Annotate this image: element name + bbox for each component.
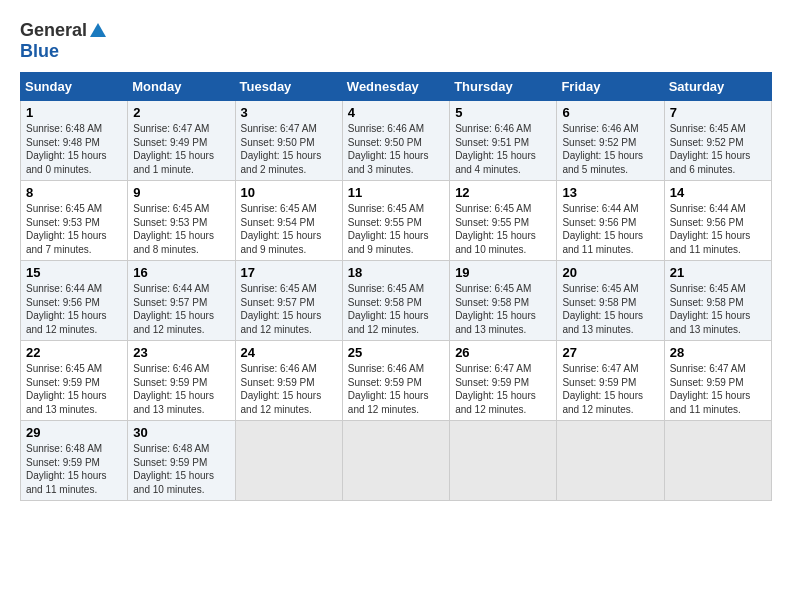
day-number: 8 <box>26 185 122 200</box>
logo-general-text: General <box>20 20 87 41</box>
calendar-cell: 5Sunrise: 6:46 AM Sunset: 9:51 PM Daylig… <box>450 101 557 181</box>
day-number: 24 <box>241 345 337 360</box>
day-number: 2 <box>133 105 229 120</box>
calendar-cell: 6Sunrise: 6:46 AM Sunset: 9:52 PM Daylig… <box>557 101 664 181</box>
day-info: Sunrise: 6:46 AM Sunset: 9:59 PM Dayligh… <box>133 362 229 416</box>
calendar-cell: 16Sunrise: 6:44 AM Sunset: 9:57 PM Dayli… <box>128 261 235 341</box>
calendar-cell: 29Sunrise: 6:48 AM Sunset: 9:59 PM Dayli… <box>21 421 128 501</box>
day-info: Sunrise: 6:45 AM Sunset: 9:58 PM Dayligh… <box>455 282 551 336</box>
day-info: Sunrise: 6:44 AM Sunset: 9:56 PM Dayligh… <box>26 282 122 336</box>
calendar-cell: 11Sunrise: 6:45 AM Sunset: 9:55 PM Dayli… <box>342 181 449 261</box>
day-header-saturday: Saturday <box>664 73 771 101</box>
calendar-cell: 14Sunrise: 6:44 AM Sunset: 9:56 PM Dayli… <box>664 181 771 261</box>
calendar-cell: 18Sunrise: 6:45 AM Sunset: 9:58 PM Dayli… <box>342 261 449 341</box>
day-number: 5 <box>455 105 551 120</box>
day-number: 19 <box>455 265 551 280</box>
day-info: Sunrise: 6:45 AM Sunset: 9:58 PM Dayligh… <box>348 282 444 336</box>
day-number: 22 <box>26 345 122 360</box>
calendar-cell: 26Sunrise: 6:47 AM Sunset: 9:59 PM Dayli… <box>450 341 557 421</box>
day-info: Sunrise: 6:45 AM Sunset: 9:55 PM Dayligh… <box>455 202 551 256</box>
day-number: 20 <box>562 265 658 280</box>
day-number: 28 <box>670 345 766 360</box>
day-header-wednesday: Wednesday <box>342 73 449 101</box>
logo-blue-text: Blue <box>20 41 59 61</box>
day-header-friday: Friday <box>557 73 664 101</box>
day-number: 14 <box>670 185 766 200</box>
calendar-cell: 24Sunrise: 6:46 AM Sunset: 9:59 PM Dayli… <box>235 341 342 421</box>
day-number: 16 <box>133 265 229 280</box>
day-number: 29 <box>26 425 122 440</box>
day-info: Sunrise: 6:45 AM Sunset: 9:58 PM Dayligh… <box>562 282 658 336</box>
day-info: Sunrise: 6:45 AM Sunset: 9:55 PM Dayligh… <box>348 202 444 256</box>
calendar-week-5: 29Sunrise: 6:48 AM Sunset: 9:59 PM Dayli… <box>21 421 772 501</box>
day-info: Sunrise: 6:45 AM Sunset: 9:53 PM Dayligh… <box>133 202 229 256</box>
day-header-monday: Monday <box>128 73 235 101</box>
day-info: Sunrise: 6:48 AM Sunset: 9:59 PM Dayligh… <box>133 442 229 496</box>
calendar-cell: 27Sunrise: 6:47 AM Sunset: 9:59 PM Dayli… <box>557 341 664 421</box>
day-info: Sunrise: 6:46 AM Sunset: 9:51 PM Dayligh… <box>455 122 551 176</box>
calendar-table: SundayMondayTuesdayWednesdayThursdayFrid… <box>20 72 772 501</box>
day-info: Sunrise: 6:45 AM Sunset: 9:54 PM Dayligh… <box>241 202 337 256</box>
calendar-cell <box>557 421 664 501</box>
day-number: 10 <box>241 185 337 200</box>
day-info: Sunrise: 6:47 AM Sunset: 9:59 PM Dayligh… <box>455 362 551 416</box>
day-info: Sunrise: 6:45 AM Sunset: 9:59 PM Dayligh… <box>26 362 122 416</box>
day-info: Sunrise: 6:47 AM Sunset: 9:49 PM Dayligh… <box>133 122 229 176</box>
calendar-cell: 21Sunrise: 6:45 AM Sunset: 9:58 PM Dayli… <box>664 261 771 341</box>
day-number: 15 <box>26 265 122 280</box>
calendar-cell: 20Sunrise: 6:45 AM Sunset: 9:58 PM Dayli… <box>557 261 664 341</box>
calendar-cell: 19Sunrise: 6:45 AM Sunset: 9:58 PM Dayli… <box>450 261 557 341</box>
day-info: Sunrise: 6:45 AM Sunset: 9:58 PM Dayligh… <box>670 282 766 336</box>
day-info: Sunrise: 6:47 AM Sunset: 9:59 PM Dayligh… <box>670 362 766 416</box>
day-number: 17 <box>241 265 337 280</box>
calendar-week-2: 8Sunrise: 6:45 AM Sunset: 9:53 PM Daylig… <box>21 181 772 261</box>
day-info: Sunrise: 6:44 AM Sunset: 9:56 PM Dayligh… <box>562 202 658 256</box>
day-number: 27 <box>562 345 658 360</box>
day-info: Sunrise: 6:46 AM Sunset: 9:59 PM Dayligh… <box>241 362 337 416</box>
day-info: Sunrise: 6:48 AM Sunset: 9:48 PM Dayligh… <box>26 122 122 176</box>
calendar-cell: 23Sunrise: 6:46 AM Sunset: 9:59 PM Dayli… <box>128 341 235 421</box>
calendar-cell: 4Sunrise: 6:46 AM Sunset: 9:50 PM Daylig… <box>342 101 449 181</box>
day-info: Sunrise: 6:48 AM Sunset: 9:59 PM Dayligh… <box>26 442 122 496</box>
calendar-cell: 1Sunrise: 6:48 AM Sunset: 9:48 PM Daylig… <box>21 101 128 181</box>
logo: General Blue <box>20 20 106 62</box>
calendar-cell: 12Sunrise: 6:45 AM Sunset: 9:55 PM Dayli… <box>450 181 557 261</box>
calendar-cell: 2Sunrise: 6:47 AM Sunset: 9:49 PM Daylig… <box>128 101 235 181</box>
day-header-tuesday: Tuesday <box>235 73 342 101</box>
day-info: Sunrise: 6:45 AM Sunset: 9:52 PM Dayligh… <box>670 122 766 176</box>
day-info: Sunrise: 6:44 AM Sunset: 9:56 PM Dayligh… <box>670 202 766 256</box>
day-number: 18 <box>348 265 444 280</box>
day-info: Sunrise: 6:45 AM Sunset: 9:57 PM Dayligh… <box>241 282 337 336</box>
calendar-cell: 22Sunrise: 6:45 AM Sunset: 9:59 PM Dayli… <box>21 341 128 421</box>
day-info: Sunrise: 6:46 AM Sunset: 9:52 PM Dayligh… <box>562 122 658 176</box>
calendar-cell <box>450 421 557 501</box>
day-info: Sunrise: 6:44 AM Sunset: 9:57 PM Dayligh… <box>133 282 229 336</box>
day-number: 26 <box>455 345 551 360</box>
calendar-week-3: 15Sunrise: 6:44 AM Sunset: 9:56 PM Dayli… <box>21 261 772 341</box>
day-info: Sunrise: 6:47 AM Sunset: 9:50 PM Dayligh… <box>241 122 337 176</box>
calendar-week-4: 22Sunrise: 6:45 AM Sunset: 9:59 PM Dayli… <box>21 341 772 421</box>
calendar-cell: 28Sunrise: 6:47 AM Sunset: 9:59 PM Dayli… <box>664 341 771 421</box>
svg-marker-0 <box>90 23 106 37</box>
day-header-thursday: Thursday <box>450 73 557 101</box>
calendar-cell: 3Sunrise: 6:47 AM Sunset: 9:50 PM Daylig… <box>235 101 342 181</box>
calendar-cell <box>342 421 449 501</box>
day-number: 11 <box>348 185 444 200</box>
calendar-cell: 8Sunrise: 6:45 AM Sunset: 9:53 PM Daylig… <box>21 181 128 261</box>
day-number: 9 <box>133 185 229 200</box>
day-header-sunday: Sunday <box>21 73 128 101</box>
day-number: 12 <box>455 185 551 200</box>
calendar-cell: 9Sunrise: 6:45 AM Sunset: 9:53 PM Daylig… <box>128 181 235 261</box>
page-container: General Blue SundayMondayTuesdayWednesda… <box>20 20 772 501</box>
day-number: 1 <box>26 105 122 120</box>
day-number: 23 <box>133 345 229 360</box>
calendar-cell: 7Sunrise: 6:45 AM Sunset: 9:52 PM Daylig… <box>664 101 771 181</box>
day-number: 4 <box>348 105 444 120</box>
day-number: 6 <box>562 105 658 120</box>
day-number: 3 <box>241 105 337 120</box>
day-number: 30 <box>133 425 229 440</box>
day-number: 7 <box>670 105 766 120</box>
days-header-row: SundayMondayTuesdayWednesdayThursdayFrid… <box>21 73 772 101</box>
calendar-cell: 15Sunrise: 6:44 AM Sunset: 9:56 PM Dayli… <box>21 261 128 341</box>
calendar-cell: 30Sunrise: 6:48 AM Sunset: 9:59 PM Dayli… <box>128 421 235 501</box>
